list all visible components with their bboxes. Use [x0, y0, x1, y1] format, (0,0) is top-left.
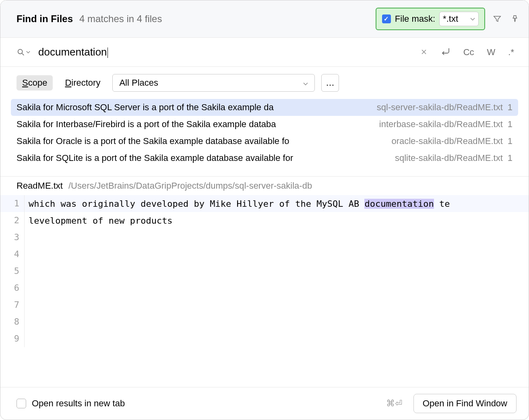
shortcut-hint: ⌘⏎	[386, 398, 402, 409]
editor-line: 7	[0, 296, 529, 313]
result-line-number: 1	[508, 153, 512, 163]
result-row[interactable]: Sakila for SQLite is a port of the Sakil…	[11, 150, 518, 167]
preview-filename: ReadME.txt	[17, 181, 63, 191]
results-list: Sakila for Microsoft SQL Server is a por…	[0, 99, 529, 167]
line-number: 7	[0, 296, 25, 313]
open-new-tab-label: Open results in new tab	[32, 398, 380, 409]
open-new-tab-checkbox[interactable]	[17, 399, 26, 408]
scope-bar: Scope Directory All Places …	[0, 67, 529, 99]
match-case-toggle[interactable]: Cc	[461, 47, 477, 58]
file-mask-group: ✓ File mask: *.txt	[376, 8, 485, 30]
newline-icon[interactable]	[438, 47, 453, 58]
result-row[interactable]: Sakila for Microsoft SQL Server is a por…	[11, 99, 518, 116]
line-number: 9	[0, 330, 25, 347]
code-content: levelopment of new products	[25, 216, 173, 226]
pin-icon[interactable]	[509, 13, 521, 25]
search-icon[interactable]	[17, 48, 30, 57]
line-number: 8	[0, 313, 25, 330]
line-number: 5	[0, 263, 25, 280]
line-number: 1	[0, 195, 25, 212]
dialog-header: Find in Files 4 matches in 4 files ✓ Fil…	[0, 0, 529, 38]
open-find-window-button[interactable]: Open in Find Window	[413, 394, 517, 413]
result-line-number: 1	[508, 102, 512, 113]
preview-filepath: /Users/JetBrains/DataGripProjects/dumps/…	[68, 181, 312, 191]
result-row[interactable]: Sakila for Interbase/Firebird is a port …	[11, 116, 518, 133]
line-number: 6	[0, 280, 25, 296]
preview-editor[interactable]: 1which was originally developed by Mike …	[0, 195, 529, 387]
file-mask-input[interactable]: *.txt	[439, 12, 479, 26]
more-button[interactable]: …	[321, 74, 339, 92]
words-toggle[interactable]: W	[485, 47, 498, 58]
editor-line: 6	[0, 280, 529, 296]
directory-tab[interactable]: Directory	[59, 75, 106, 91]
preview-header: ReadME.txt /Users/JetBrains/DataGripProj…	[0, 176, 529, 195]
file-mask-value: *.txt	[443, 14, 458, 24]
search-input[interactable]: documentation	[38, 46, 410, 58]
result-path: sqlite-sakila-db/ReadME.txt	[395, 153, 503, 163]
scope-tab[interactable]: Scope	[17, 75, 53, 91]
file-mask-label: File mask:	[395, 14, 435, 24]
result-text: Sakila for Oracle is a port of the Sakil…	[17, 136, 388, 146]
scope-dropdown[interactable]: All Places	[112, 74, 315, 92]
chevron-down-icon	[303, 78, 308, 88]
editor-line: 2levelopment of new products	[0, 212, 529, 229]
editor-line: 4	[0, 246, 529, 263]
chevron-down-icon[interactable]	[470, 16, 475, 22]
editor-line: 5	[0, 263, 529, 280]
scope-selected: All Places	[119, 78, 158, 88]
result-line-number: 1	[508, 119, 512, 130]
editor-line: 9	[0, 330, 529, 347]
result-text: Sakila for Interbase/Firebird is a port …	[17, 119, 376, 130]
editor-line: 3	[0, 229, 529, 246]
result-row[interactable]: Sakila for Oracle is a port of the Sakil…	[11, 133, 518, 150]
file-mask-checkbox[interactable]: ✓	[382, 14, 391, 23]
footer: Open results in new tab ⌘⏎ Open in Find …	[0, 387, 529, 420]
regex-toggle[interactable]: .*	[506, 47, 517, 58]
line-number: 2	[0, 212, 25, 229]
line-number: 4	[0, 246, 25, 263]
result-line-number: 1	[508, 136, 512, 146]
match-summary: 4 matches in 4 files	[79, 13, 162, 25]
result-path: interbase-sakila-db/ReadME.txt	[379, 119, 503, 130]
result-path: sql-server-sakila-db/ReadME.txt	[377, 102, 503, 113]
editor-line: 1which was originally developed by Mike …	[0, 195, 529, 212]
dialog-title: Find in Files	[17, 13, 73, 25]
line-number: 3	[0, 229, 25, 246]
editor-line: 8	[0, 313, 529, 330]
result-path: oracle-sakila-db/ReadME.txt	[391, 136, 502, 146]
code-content: which was originally developed by Mike H…	[25, 199, 450, 209]
svg-point-0	[18, 49, 23, 54]
search-bar: documentation Cc W .*	[0, 38, 529, 67]
result-text: Sakila for Microsoft SQL Server is a por…	[17, 102, 374, 113]
result-text: Sakila for SQLite is a port of the Sakil…	[17, 153, 392, 163]
clear-icon[interactable]	[418, 47, 430, 58]
filter-icon[interactable]	[492, 13, 503, 25]
